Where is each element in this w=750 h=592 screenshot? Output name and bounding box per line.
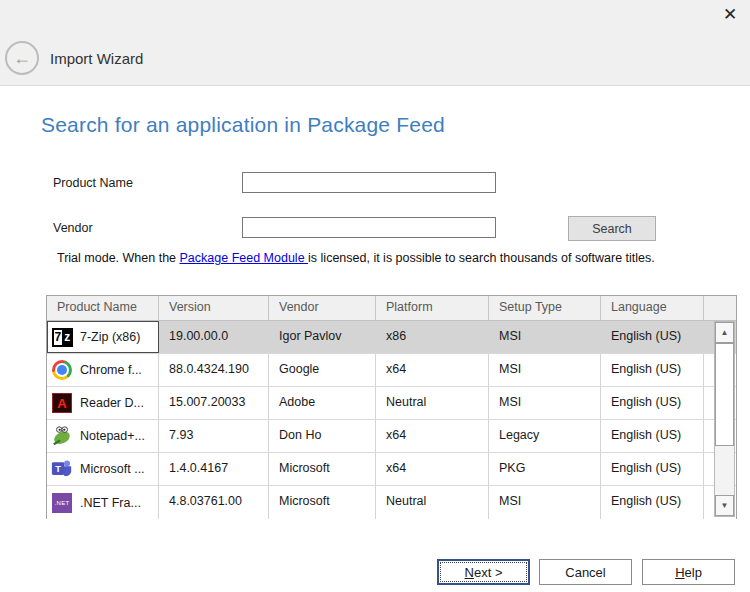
product-name-text: 7-Zip (x86) <box>80 330 140 344</box>
language-cell[interactable]: English (US) <box>601 453 704 485</box>
scroll-down-icon: ▼ <box>721 501 729 510</box>
language-cell[interactable]: English (US) <box>601 486 704 519</box>
vendor-cell[interactable]: Adobe <box>269 387 376 419</box>
product-name-cell[interactable]: .NET.NET Fra... <box>47 486 159 519</box>
vendor-cell[interactable]: Don Ho <box>269 420 376 452</box>
page-title: Search for an application in Package Fee… <box>41 113 445 137</box>
product-name-cell[interactable]: TMicrosoft ... <box>47 453 159 485</box>
svg-text:T: T <box>55 464 61 474</box>
vendor-label: Vendor <box>53 221 93 235</box>
next-button[interactable]: Next > <box>437 559 530 585</box>
column-header-setup-type[interactable]: Setup Type <box>489 296 601 320</box>
vendor-cell[interactable]: Microsoft <box>269 453 376 485</box>
package-feed-module-link[interactable]: Package Feed Module <box>180 251 309 265</box>
product-name-text: Chrome f... <box>80 363 142 377</box>
language-cell[interactable]: English (US) <box>601 354 704 386</box>
platform-cell[interactable]: Neutral <box>376 486 489 519</box>
scroll-up-icon: ▲ <box>721 328 729 337</box>
table-row[interactable]: TMicrosoft ...1.4.0.4167Microsoftx64PKGE… <box>47 453 736 486</box>
platform-cell[interactable]: Neutral <box>376 387 489 419</box>
version-cell[interactable]: 1.4.0.4167 <box>159 453 269 485</box>
dotnet-icon: .NET <box>51 492 73 514</box>
back-button[interactable]: ← <box>5 41 39 75</box>
trial-note-text-after: is licensed, it is possible to search th… <box>308 251 655 265</box>
product-name-text: Reader D... <box>80 396 144 410</box>
vendor-input[interactable] <box>242 217 496 238</box>
table-row[interactable]: 7z7-Zip (x86)19.00.00.0Igor Pavlovx86MSI… <box>47 321 736 354</box>
column-header-version[interactable]: Version <box>159 296 269 320</box>
teams-icon: T <box>51 458 73 480</box>
package-table: Product Name Version Vendor Platform Set… <box>46 295 737 519</box>
7zip-icon: 7z <box>51 326 73 348</box>
product-name-input[interactable] <box>242 172 496 193</box>
table-row[interactable]: Notepad+...7.93Don Hox64LegacyEnglish (U… <box>47 420 736 453</box>
setup-type-cell[interactable]: PKG <box>489 453 601 485</box>
product-name-cell[interactable]: 7z7-Zip (x86) <box>47 321 159 353</box>
language-cell[interactable]: English (US) <box>601 387 704 419</box>
scroll-up-button[interactable]: ▲ <box>715 322 734 343</box>
version-cell[interactable]: 4.8.03761.00 <box>159 486 269 519</box>
scrollbar-thumb[interactable] <box>715 343 734 446</box>
product-name-cell[interactable]: Notepad+... <box>47 420 159 452</box>
column-header-blank <box>704 296 736 320</box>
table-row[interactable]: Chrome f...88.0.4324.190Googlex64MSIEngl… <box>47 354 736 387</box>
version-cell[interactable]: 7.93 <box>159 420 269 452</box>
scroll-down-button[interactable]: ▼ <box>715 495 734 516</box>
platform-cell[interactable]: x64 <box>376 420 489 452</box>
vendor-cell[interactable]: Igor Pavlov <box>269 321 376 353</box>
help-button[interactable]: Help <box>642 559 735 585</box>
language-cell[interactable]: English (US) <box>601 420 704 452</box>
column-header-vendor[interactable]: Vendor <box>269 296 376 320</box>
table-header-row: Product Name Version Vendor Platform Set… <box>47 296 736 321</box>
vendor-cell[interactable]: Microsoft <box>269 486 376 519</box>
notepadpp-icon <box>51 425 73 447</box>
product-name-cell[interactable]: Chrome f... <box>47 354 159 386</box>
chrome-icon <box>51 359 73 381</box>
product-name-text: Notepad+... <box>80 429 145 443</box>
version-cell[interactable]: 88.0.4324.190 <box>159 354 269 386</box>
search-button[interactable]: Search <box>568 216 656 241</box>
help-button-label: H <box>675 565 684 580</box>
platform-cell[interactable]: x64 <box>376 453 489 485</box>
platform-cell[interactable]: x64 <box>376 354 489 386</box>
setup-type-cell[interactable]: Legacy <box>489 420 601 452</box>
setup-type-cell[interactable]: MSI <box>489 354 601 386</box>
language-cell[interactable]: English (US) <box>601 321 704 353</box>
version-cell[interactable]: 15.007.20033 <box>159 387 269 419</box>
close-icon: ✕ <box>723 4 737 25</box>
product-name-text: Microsoft ... <box>80 462 145 476</box>
table-row[interactable]: .NET.NET Fra...4.8.03761.00MicrosoftNeut… <box>47 486 736 519</box>
product-name-label: Product Name <box>53 176 133 190</box>
adobe-reader-icon: A <box>51 392 73 414</box>
table-row[interactable]: AReader D...15.007.20033AdobeNeutralMSIE… <box>47 387 736 420</box>
close-button[interactable]: ✕ <box>716 2 744 26</box>
column-header-platform[interactable]: Platform <box>376 296 489 320</box>
table-body: 7z7-Zip (x86)19.00.00.0Igor Pavlovx86MSI… <box>47 321 736 519</box>
column-header-language[interactable]: Language <box>601 296 704 320</box>
trial-note-text-before: Trial mode. When the <box>57 251 180 265</box>
wizard-header: ← Import Wizard <box>0 0 750 86</box>
setup-type-cell[interactable]: MSI <box>489 486 601 519</box>
back-arrow-icon: ← <box>13 49 31 67</box>
vendor-cell[interactable]: Google <box>269 354 376 386</box>
setup-type-cell[interactable]: MSI <box>489 321 601 353</box>
setup-type-cell[interactable]: MSI <box>489 387 601 419</box>
version-cell[interactable]: 19.00.00.0 <box>159 321 269 353</box>
trial-mode-note: Trial mode. When the Package Feed Module… <box>57 251 655 265</box>
platform-cell[interactable]: x86 <box>376 321 489 353</box>
product-name-text: .NET Fra... <box>80 496 141 510</box>
product-name-cell[interactable]: AReader D... <box>47 387 159 419</box>
next-button-label: N <box>465 565 474 580</box>
vertical-scrollbar[interactable]: ▲ ▼ <box>714 321 735 517</box>
column-header-product-name[interactable]: Product Name <box>47 296 159 320</box>
cancel-button[interactable]: Cancel <box>539 559 632 585</box>
wizard-title: Import Wizard <box>50 50 143 67</box>
